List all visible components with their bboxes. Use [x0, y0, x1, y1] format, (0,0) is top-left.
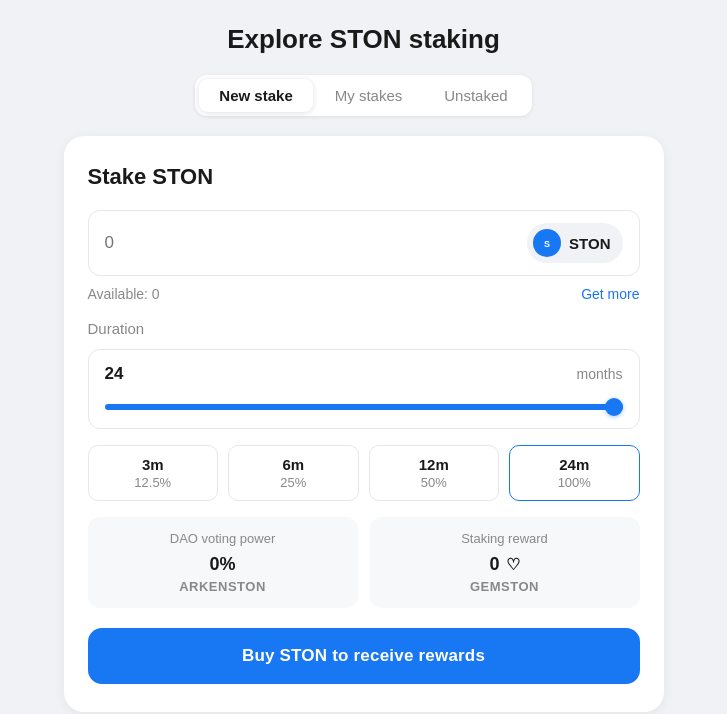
- svg-text:S: S: [544, 239, 550, 249]
- preset-24m-label: 24m: [516, 456, 633, 473]
- preset-12m-label: 12m: [376, 456, 493, 473]
- stat-dao-currency: ARKENSTON: [102, 579, 344, 594]
- duration-header: 24 months: [105, 364, 623, 384]
- buy-button[interactable]: Buy STON to receive rewards: [88, 628, 640, 684]
- duration-unit: months: [577, 366, 623, 382]
- stat-dao-title: DAO voting power: [102, 531, 344, 546]
- card-title: Stake STON: [88, 164, 640, 190]
- preset-6m-pct: 25%: [235, 475, 352, 490]
- available-row: Available: 0 Get more: [88, 286, 640, 302]
- duration-presets: 3m 12.5% 6m 25% 12m 50% 24m 100%: [88, 445, 640, 501]
- stat-staking-title: Staking reward: [384, 531, 626, 546]
- stat-staking-value: 0 ♡: [384, 554, 626, 575]
- tab-unstaked[interactable]: Unstaked: [424, 79, 527, 112]
- duration-slider[interactable]: [105, 404, 623, 410]
- preset-6m-label: 6m: [235, 456, 352, 473]
- preset-3m[interactable]: 3m 12.5%: [88, 445, 219, 501]
- stake-card: Stake STON S STON Available: 0 Get more …: [64, 136, 664, 712]
- preset-12m-pct: 50%: [376, 475, 493, 490]
- token-label: STON: [569, 235, 610, 252]
- stats-row: DAO voting power 0% ARKENSTON Staking re…: [88, 517, 640, 608]
- duration-value: 24: [105, 364, 124, 384]
- ston-icon: S: [533, 229, 561, 257]
- preset-3m-pct: 12.5%: [95, 475, 212, 490]
- duration-box: 24 months: [88, 349, 640, 429]
- tab-new-stake[interactable]: New stake: [199, 79, 312, 112]
- preset-3m-label: 3m: [95, 456, 212, 473]
- preset-24m-pct: 100%: [516, 475, 633, 490]
- stat-staking-number: 0: [489, 554, 499, 575]
- get-more-link[interactable]: Get more: [581, 286, 639, 302]
- heart-icon: ♡: [506, 555, 520, 574]
- tab-bar: New stake My stakes Unstaked: [195, 75, 531, 116]
- duration-label: Duration: [88, 320, 640, 337]
- stat-dao: DAO voting power 0% ARKENSTON: [88, 517, 358, 608]
- preset-12m[interactable]: 12m 50%: [369, 445, 500, 501]
- preset-24m[interactable]: 24m 100%: [509, 445, 640, 501]
- stat-dao-value: 0%: [102, 554, 344, 575]
- tab-my-stakes[interactable]: My stakes: [315, 79, 423, 112]
- preset-6m[interactable]: 6m 25%: [228, 445, 359, 501]
- available-text: Available: 0: [88, 286, 160, 302]
- amount-input-row: S STON: [88, 210, 640, 276]
- stat-staking-currency: GEMSTON: [384, 579, 626, 594]
- page-title: Explore STON staking: [227, 24, 500, 55]
- stat-staking: Staking reward 0 ♡ GEMSTON: [370, 517, 640, 608]
- amount-input[interactable]: [105, 233, 528, 253]
- token-badge: S STON: [527, 223, 622, 263]
